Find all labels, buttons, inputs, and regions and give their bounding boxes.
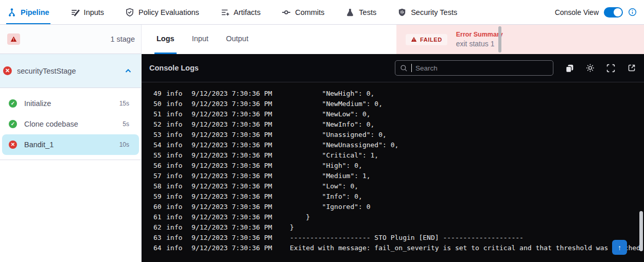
log-level: info [166,222,192,233]
log-message: Exited with message: fail_on_severity is… [290,243,644,253]
text-caret [411,64,412,72]
commit-icon [282,8,291,17]
log-line: 50 info 9/12/2023 7:30:36 PM "NewMedium"… [153,99,644,109]
failed-status-badge: FAILED [406,34,447,45]
error-summary: Error Summary exit status 1 [456,31,503,48]
nav-tab-label: Artifacts [234,8,260,16]
log-level: info [166,150,192,161]
log-level: info [166,99,192,109]
log-line: 49 info 9/12/2023 7:30:36 PM "NewHigh": … [153,89,644,99]
scroll-to-top-button[interactable]: ↑ [612,240,627,255]
nav-tab-artifacts[interactable]: Artifacts [219,0,262,24]
step-status-icon: ✓ [9,99,17,108]
log-line-number: 49 [153,89,166,99]
nav-tab-label: Pipeline [21,8,49,16]
log-line-number: 53 [153,130,166,140]
log-timestamp: 9/12/2023 7:30:36 PM [192,119,290,130]
log-line: 53 info 9/12/2023 7:30:36 PM "Unassigned… [153,130,644,140]
log-level: info [166,212,192,222]
step-status-icon: ✕ [9,141,17,149]
log-timestamp: 9/12/2023 7:30:36 PM [192,171,290,181]
log-line: 51 info 9/12/2023 7:30:36 PM "NewLow": 0… [153,109,644,119]
nav-tab-label: Security Tests [411,8,457,16]
log-settings-button[interactable] [585,63,595,73]
log-line: 57 info 9/12/2023 7:30:36 PM "Medium": 1… [153,171,644,181]
copy-logs-button[interactable] [565,63,575,73]
error-summary-band: FAILED Error Summary exit status 1 [396,25,644,54]
stage-name: securityTestStage [17,67,76,75]
log-message: "NewMedium": 0, [290,99,644,109]
log-line: 52 info 9/12/2023 7:30:36 PM "NewInfo": … [153,119,644,130]
log-level: info [166,161,192,171]
log-line-number: 59 [153,191,166,202]
log-line-number: 63 [153,233,166,243]
log-line-number: 57 [153,171,166,181]
search-input[interactable]: Search [395,60,553,76]
nav-tab-inputs[interactable]: Inputs [69,0,106,24]
log-line: 62 info 9/12/2023 7:30:36 PM } [153,222,644,233]
log-line-number: 58 [153,181,166,191]
log-message: "Medium": 1, [290,171,644,181]
step-duration: 15s [119,100,129,107]
step-row[interactable]: ✓ Initialize 15s [2,93,139,114]
external-link-icon [627,63,636,73]
log-timestamp: 9/12/2023 7:30:36 PM [192,99,290,109]
log-timestamp: 9/12/2023 7:30:36 PM [192,202,290,212]
log-line: 54 info 9/12/2023 7:30:36 PM "NewUnassig… [153,140,644,150]
tab-input[interactable]: Input [190,25,211,54]
step-label: Bandit_1 [24,141,54,149]
nav-tab-label: Commits [295,8,324,16]
nav-tab-security-tests[interactable]: Security Tests [396,0,458,24]
log-message: "NewInfo": 0, [290,119,644,130]
log-line: 61 info 9/12/2023 7:30:36 PM } [153,212,644,222]
tab-logs[interactable]: Logs [154,25,177,54]
nav-tab-tests[interactable]: Tests [344,0,377,24]
fullscreen-button[interactable] [606,63,616,73]
log-timestamp: 9/12/2023 7:30:36 PM [192,243,290,253]
log-timestamp: 9/12/2023 7:30:36 PM [192,191,290,202]
chevron-up-icon[interactable] [124,67,132,75]
step-duration: 5s [123,120,129,128]
search-placeholder: Search [415,64,438,72]
log-timestamp: 9/12/2023 7:30:36 PM [192,233,290,243]
nav-tab-label: Inputs [84,8,105,16]
step-duration: 10s [119,141,129,148]
log-timestamp: 9/12/2023 7:30:36 PM [192,212,290,222]
console-view-toggle[interactable] [604,7,623,18]
log-line-number: 61 [153,212,166,222]
execution-sidebar: 1 stage ✕ securityTestStage ✓ Initialize… [0,25,142,262]
pipeline-icon [7,8,16,17]
console-log-viewport[interactable]: 49 info 9/12/2023 7:30:36 PM "NewHigh": … [142,82,644,262]
step-row[interactable]: ✓ Clone codebase 5s [2,114,139,134]
log-message: "Low": 0, [290,181,644,191]
sidebar-divider [0,160,141,160]
log-line-number: 55 [153,150,166,161]
step-row[interactable]: ✕ Bandit_1 10s [2,134,139,155]
info-icon[interactable] [628,8,637,16]
log-line: 60 info 9/12/2023 7:30:36 PM "Ignored": … [153,202,644,212]
log-message: "High": 0, [290,161,644,171]
log-line: 58 info 9/12/2023 7:30:36 PM "Low": 0, [153,181,644,191]
stage-count: 1 stage [110,35,135,43]
stage-error-badge [7,33,20,45]
log-message: "Ignored": 0 [290,202,644,212]
error-summary-scrollbar[interactable] [498,26,501,53]
step-list: ✓ Initialize 15s ✓ Clone codebase 5s ✕ B… [0,88,141,155]
log-scrollbar-thumb[interactable] [639,211,643,251]
log-line-number: 50 [153,99,166,109]
nav-tab-pipeline[interactable]: Pipeline [6,0,50,24]
log-message: "Info": 0, [290,191,644,202]
nav-tab-policy-evaluations[interactable]: Policy Evaluations [124,0,200,24]
log-message: } [290,222,644,233]
warning-triangle-icon [10,36,17,42]
stage-row-securityteststage[interactable]: ✕ securityTestStage [0,54,141,88]
open-in-new-window-button[interactable] [626,63,636,73]
log-line-number: 51 [153,109,166,119]
tab-output[interactable]: Output [224,25,251,54]
console-header: Console Logs Search [142,54,644,82]
step-label: Initialize [24,99,51,108]
log-timestamp: 9/12/2023 7:30:36 PM [192,130,290,140]
log-line-number: 52 [153,119,166,130]
nav-tab-commits[interactable]: Commits [281,0,325,24]
main-panel: Logs Input Output FAILED [142,25,644,262]
